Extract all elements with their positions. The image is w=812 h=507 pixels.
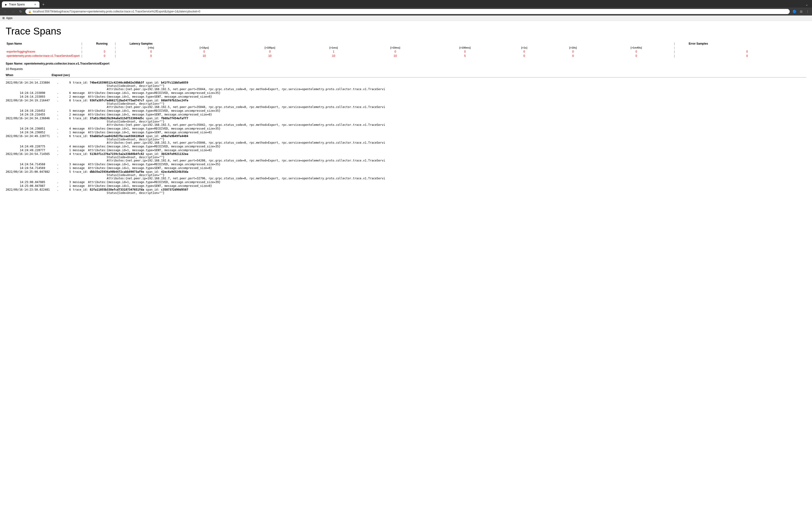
pipe-divider: |: [81, 50, 95, 54]
trace-row: 2022/09/16-14:24:49.220771.6trace_id: 93…: [6, 134, 806, 145]
span-name-cell[interactable]: exporter/logging/traces: [6, 50, 81, 54]
latency-bucket-cell[interactable]: 0: [129, 54, 173, 58]
back-button[interactable]: ←: [2, 9, 8, 14]
child-count: 4: [66, 127, 73, 130]
browser-menu-button[interactable]: ⋮: [805, 9, 810, 14]
page-content: Trace Spans Span Name | Running | Latenc…: [0, 21, 812, 200]
latency-bucket-cell[interactable]: 0: [547, 50, 599, 54]
child-count: 1: [66, 130, 73, 134]
child-count: 2: [66, 95, 73, 99]
latency-bucket-cell[interactable]: 10: [362, 54, 428, 58]
tab-close-button[interactable]: ✕: [34, 3, 36, 6]
latency-bucket-link[interactable]: 10: [332, 54, 335, 58]
url-text: localhost:55679/debug/tracez?zspanname=o…: [33, 10, 200, 13]
latency-bucket-cell[interactable]: 0: [502, 54, 547, 58]
trace-child-row: 14:24:34.236051.4message Attributes:{mes…: [6, 127, 806, 130]
child-count: 4: [66, 145, 73, 148]
trace-when: 2022/09/16-14:24:49.220771: [6, 134, 52, 145]
running-link[interactable]: 0: [104, 54, 105, 58]
child-when: 14:25:00.047885: [6, 180, 52, 184]
latency-bucket-link[interactable]: 10: [394, 54, 397, 58]
address-bar[interactable]: 🔒 localhost:55679/debug/tracez?zspanname…: [26, 9, 790, 14]
trace-count: 4: [66, 152, 73, 162]
latency-bucket-cell[interactable]: 1: [305, 50, 362, 54]
trace-elapsed: .: [52, 116, 66, 127]
trace-child-row: 14:24:54.714569.1message Attributes:{mes…: [6, 166, 806, 170]
forward-button[interactable]: →: [10, 9, 16, 14]
child-count: 1: [66, 148, 73, 152]
trace-child-row: 14:24:49.220777.1message Attributes:{mes…: [6, 148, 806, 152]
latency-bucket-cell[interactable]: 10: [305, 54, 362, 58]
child-elapsed: .: [52, 109, 66, 113]
nav-bar: ← → ↻ 🔒 localhost:55679/debug/tracez?zsp…: [0, 7, 812, 15]
latency-bucket-link[interactable]: 1: [333, 50, 334, 53]
latency-bucket-cell[interactable]: 0: [129, 50, 173, 54]
latency-bucket-cell[interactable]: 0: [173, 50, 235, 54]
latency-bucket-cell[interactable]: 0: [502, 50, 547, 54]
latency-bucket-cell[interactable]: 0: [599, 54, 673, 58]
extension-icon-1[interactable]: 🔵: [792, 9, 798, 14]
tab-list-button[interactable]: ⌄: [804, 2, 810, 7]
error-cell[interactable]: 0: [688, 50, 806, 54]
error-link[interactable]: 0: [746, 54, 748, 58]
trace-count: 6: [66, 116, 73, 127]
trace-elapsed: .: [52, 170, 66, 180]
latency-bucket-cell[interactable]: 0: [547, 54, 599, 58]
child-count: 3: [66, 162, 73, 166]
child-details: message Attributes:{message.id=1, messag…: [73, 127, 806, 130]
latency-bucket-cell[interactable]: 0: [599, 50, 673, 54]
pipe-divider: |: [673, 50, 688, 54]
page-title: Trace Spans: [6, 25, 806, 37]
latency-bucket-link[interactable]: 0: [572, 50, 574, 53]
th-when: When: [6, 73, 52, 77]
spans-table: Span Name | Running | Latency Samples | …: [6, 42, 806, 58]
trace-details: trace_id: dbb35e25936a90b4472cabb89073af…: [73, 170, 806, 180]
latency-bucket-link[interactable]: 0: [464, 50, 466, 53]
running-cell[interactable]: 0: [95, 54, 114, 58]
span-name-link[interactable]: opentelemetry.proto.collector.trace.v1.T…: [7, 54, 80, 58]
error-link[interactable]: 0: [746, 50, 748, 53]
child-elapsed: .: [52, 184, 66, 188]
latency-bucket-link[interactable]: 0: [395, 50, 396, 53]
error-cell[interactable]: 0: [688, 54, 806, 58]
extensions-button[interactable]: ⊞: [799, 9, 804, 14]
th-bucket-7: [>10s]: [547, 46, 599, 50]
latency-bucket-link[interactable]: 0: [636, 54, 637, 58]
latency-bucket-cell[interactable]: 10: [235, 54, 305, 58]
active-tab[interactable]: ▶ Trace Spans ✕: [2, 1, 40, 7]
latency-bucket-cell[interactable]: 0: [362, 50, 428, 54]
latency-bucket-link[interactable]: 0: [150, 54, 152, 58]
span-name-link[interactable]: exporter/logging/traces: [7, 50, 35, 53]
latency-bucket-link[interactable]: 0: [269, 50, 271, 53]
new-tab-button[interactable]: +: [40, 1, 46, 7]
trace-child-row: 14:24:49.220775.4message Attributes:{mes…: [6, 145, 806, 148]
th-span-name: Span Name: [6, 42, 81, 46]
latency-bucket-link[interactable]: 0: [636, 50, 637, 53]
reload-button[interactable]: ↻: [18, 9, 23, 14]
child-details: message Attributes:{message.id=1, messag…: [73, 130, 806, 134]
child-elapsed: .: [52, 130, 66, 134]
latency-bucket-link[interactable]: 0: [523, 50, 525, 53]
latency-bucket-cell[interactable]: 5: [428, 54, 502, 58]
child-elapsed: .: [52, 95, 66, 99]
running-link[interactable]: 0: [104, 50, 105, 53]
trace-count: 9: [66, 81, 73, 91]
child-when: 14:24:54.714569: [6, 166, 52, 170]
latency-bucket-link[interactable]: 5: [464, 54, 466, 58]
latency-bucket-link[interactable]: 0: [572, 54, 574, 58]
child-when: 14:24:19.216455: [6, 113, 52, 116]
latency-bucket-cell[interactable]: 0: [428, 50, 502, 54]
latency-bucket-link[interactable]: 0: [203, 50, 205, 53]
spans-table-row: opentelemetry.proto.collector.trace.v1.T…: [6, 54, 806, 58]
apps-link[interactable]: Apps: [6, 16, 12, 20]
latency-bucket-link[interactable]: 0: [523, 54, 525, 58]
running-cell[interactable]: 0: [95, 50, 114, 54]
latency-bucket-cell[interactable]: 0: [235, 50, 305, 54]
divider-3: |: [673, 42, 688, 46]
latency-bucket-link[interactable]: 10: [268, 54, 271, 58]
trace-when: 2022/09/16-14:24:34.236046: [6, 116, 52, 127]
span-name-cell[interactable]: opentelemetry.proto.collector.trace.v1.T…: [6, 54, 81, 58]
latency-bucket-link[interactable]: 10: [203, 54, 206, 58]
latency-bucket-cell[interactable]: 10: [173, 54, 235, 58]
latency-bucket-link[interactable]: 0: [150, 50, 152, 53]
